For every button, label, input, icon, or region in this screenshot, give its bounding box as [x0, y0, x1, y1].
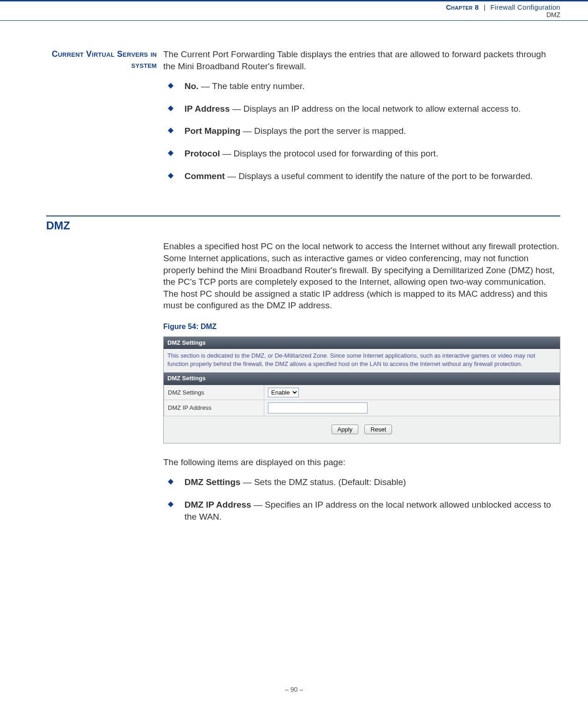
figure-description: This section is dedicated to the DMZ, or…	[164, 349, 560, 372]
page-header: Chapter 8 | Firewall Configuration DMZ	[0, 0, 588, 21]
item-bold: Port Mapping	[184, 126, 240, 136]
dmz-ip-label: DMZ IP Address	[164, 400, 264, 416]
reset-button[interactable]: Reset	[364, 425, 392, 434]
list-item: No. — The table entry number.	[163, 80, 560, 93]
list-item: DMZ Settings — Sets the DMZ status. (Def…	[163, 476, 560, 489]
item-bold: No.	[184, 81, 199, 91]
section-title-dmz: DMZ	[46, 219, 157, 232]
apply-button[interactable]: Apply	[332, 425, 359, 434]
list-item: Comment — Displays a useful comment to i…	[163, 170, 560, 183]
dmz-settings-select[interactable]: Enable	[268, 388, 299, 397]
item-rest: — Displays the protocol used for forward…	[220, 149, 438, 158]
section1-list: No. — The table entry number. IP Address…	[163, 80, 560, 182]
item-bold: Protocol	[184, 149, 220, 158]
dmz-ip-input[interactable]	[268, 402, 368, 413]
item-bold: DMZ Settings	[184, 477, 240, 487]
table-row: DMZ IP Address	[164, 400, 560, 416]
figure-header-2: DMZ Settings	[164, 372, 560, 385]
dmz-ip-cell	[264, 400, 560, 416]
figure-label: Figure 54: DMZ	[163, 322, 560, 332]
page-number: – 90 –	[0, 686, 588, 693]
section-divider	[46, 216, 560, 216]
item-rest: — Displays an IP address on the local ne…	[230, 104, 521, 114]
header-chapter-line: Chapter 8 | Firewall Configuration	[0, 3, 560, 11]
list-item: DMZ IP Address — Specifies an IP address…	[163, 499, 560, 523]
item-rest: — Displays a useful comment to identify …	[225, 171, 533, 181]
figure-dmz-screenshot: DMZ Settings This section is dedicated t…	[163, 336, 560, 443]
table-row: DMZ Settings Enable	[164, 385, 560, 400]
item-rest: — Displays the port the server is mapped…	[240, 126, 406, 136]
section-heading-current-virtual: Current Virtual Servers in system	[46, 48, 157, 71]
chapter-title: Firewall Configuration	[490, 3, 560, 11]
list-item: Port Mapping — Displays the port the ser…	[163, 125, 560, 138]
dmz-after-text: The following items are displayed on thi…	[163, 456, 560, 468]
figure-button-row: Apply Reset	[164, 416, 560, 443]
item-bold: DMZ IP Address	[184, 500, 251, 509]
item-rest: — Sets the DMZ status. (Default: Disable…	[240, 477, 406, 487]
item-rest: — The table entry number.	[199, 81, 305, 91]
dmz-paragraph: Enables a specified host PC on the local…	[163, 240, 560, 312]
dmz-settings-cell: Enable	[264, 385, 560, 400]
dmz-settings-table: DMZ Settings Enable DMZ IP Address	[164, 385, 560, 416]
item-bold: IP Address	[184, 104, 230, 114]
chapter-label: Chapter 8	[446, 3, 479, 11]
list-item: IP Address — Displays an IP address on t…	[163, 103, 560, 115]
header-subtitle: DMZ	[0, 11, 560, 18]
section1-intro: The Current Port Forwarding Table displa…	[163, 48, 560, 72]
list-item: Protocol — Displays the protocol used fo…	[163, 148, 560, 160]
dmz-settings-label: DMZ Settings	[164, 385, 264, 400]
item-bold: Comment	[184, 171, 225, 181]
section2-list: DMZ Settings — Sets the DMZ status. (Def…	[163, 476, 560, 523]
figure-header-1: DMZ Settings	[164, 337, 560, 349]
header-separator: |	[484, 3, 486, 11]
